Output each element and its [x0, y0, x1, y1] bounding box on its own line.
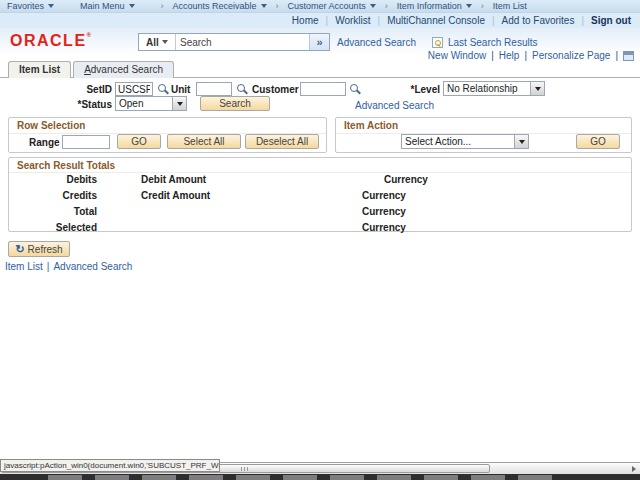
pagebar: New Window | Help | Personalize Page | [428, 50, 634, 61]
select-all-button[interactable]: Select All [167, 134, 241, 149]
total-label: Total [29, 206, 97, 217]
separator: | [47, 261, 50, 272]
scrollbar-right-arrow[interactable] [628, 464, 639, 473]
row-selection-title: Row Selection [17, 120, 85, 131]
selected-label: Selected [29, 222, 97, 233]
tab-advanced-search[interactable]: Advanced Search [73, 61, 174, 78]
footer-item-list-link[interactable]: Item List [5, 261, 43, 272]
separator: | [491, 50, 494, 61]
separator: | [581, 15, 584, 26]
range-label: Range [29, 136, 60, 149]
deselect-all-button[interactable]: Deselect All [245, 134, 319, 149]
separator: | [378, 15, 381, 26]
refresh-icon: ↻ [15, 244, 24, 254]
sign-out-link[interactable]: Sign out [591, 15, 631, 26]
search-go-button[interactable]: » [309, 34, 329, 50]
currency-label: Currency [362, 190, 406, 201]
breadcrumb-main-menu[interactable]: Main Menu [80, 1, 135, 11]
last-search-results-icon[interactable] [432, 37, 443, 48]
new-window-link[interactable]: New Window [428, 50, 486, 61]
footer-links: Item List | Advanced Search [5, 261, 132, 272]
search-result-totals-title: Search Result Totals [17, 160, 115, 171]
unit-input[interactable] [196, 82, 232, 96]
currency-label: Currency [362, 222, 406, 233]
dropdown-arrow-icon [530, 82, 544, 95]
breadcrumb-item-information[interactable]: Item Information [397, 1, 472, 11]
global-search-input[interactable] [176, 34, 309, 50]
taskbar-segments [48, 475, 564, 480]
item-action-go-button[interactable]: GO [576, 134, 620, 149]
breadcrumb-label: Favorites [7, 1, 44, 11]
unit-label: Unit [171, 83, 190, 96]
global-search-box: All » [138, 33, 330, 51]
customer-input[interactable] [300, 82, 346, 96]
advanced-search-header-link[interactable]: Advanced Search [337, 37, 416, 48]
dropdown-arrow-icon [514, 135, 528, 148]
tab-item-list[interactable]: Item List [8, 61, 71, 78]
chevron-down-icon [129, 4, 135, 8]
breadcrumb: Favorites Main Menu › Accounts Receivabl… [0, 0, 640, 13]
status-select[interactable]: Open [115, 96, 187, 111]
chevron-down-icon [48, 4, 54, 8]
search-scope-value: All [146, 37, 159, 48]
help-link[interactable]: Help [499, 50, 520, 61]
advanced-search-form-link[interactable]: Advanced Search [355, 100, 434, 111]
unit-lookup-icon[interactable] [237, 84, 245, 92]
footer-advanced-search-link[interactable]: Advanced Search [53, 261, 132, 272]
range-input[interactable] [62, 135, 110, 149]
dropdown-arrow-icon [172, 97, 186, 110]
breadcrumb-label: Customer Accounts [288, 1, 366, 11]
breadcrumb-label: Item List [493, 1, 527, 11]
item-action-select[interactable]: Select Action... [401, 134, 529, 149]
item-action-title: Item Action [344, 120, 398, 131]
item-action-select-value: Select Action... [402, 135, 514, 148]
oracle-logo-text: ORACLE [10, 32, 87, 49]
taskbar-strip [0, 474, 640, 480]
scrollbar-grip-icon [241, 467, 250, 471]
add-to-favorites-link[interactable]: Add to Favorites [502, 15, 575, 26]
breadcrumb-label: Main Menu [80, 1, 125, 11]
separator: | [524, 50, 527, 61]
breadcrumb-separator: › [481, 1, 484, 11]
setid-lookup-icon[interactable] [158, 84, 166, 92]
status-select-value: Open [116, 97, 172, 110]
customer-label: Customer [252, 83, 299, 96]
debit-amount-label: Debit Amount [141, 174, 206, 185]
customer-lookup-icon[interactable] [350, 84, 358, 92]
window-grid-icon[interactable] [623, 51, 634, 61]
chevron-down-icon [162, 40, 168, 44]
refresh-label: Refresh [28, 244, 63, 255]
debits-label: Debits [29, 174, 97, 185]
status-label: *Status [56, 98, 112, 111]
currency-label: Currency [362, 206, 406, 217]
breadcrumb-accounts-receivable[interactable]: Accounts Receivable [173, 1, 267, 11]
breadcrumb-separator: › [161, 1, 164, 11]
setid-label: SetID [56, 83, 112, 96]
setid-input[interactable] [115, 82, 153, 96]
separator: | [492, 15, 495, 26]
level-select-value: No Relationship [444, 82, 530, 95]
separator: | [326, 15, 329, 26]
multichannel-console-link[interactable]: MultiChannel Console [387, 15, 485, 26]
search-scope-dropdown[interactable]: All [139, 34, 176, 50]
breadcrumb-item-list: Item List [493, 1, 527, 11]
item-list-page: Favorites Main Menu › Accounts Receivabl… [0, 0, 640, 480]
breadcrumb-label: Accounts Receivable [173, 1, 257, 11]
credits-label: Credits [29, 190, 97, 201]
chevron-down-icon [261, 4, 267, 8]
breadcrumb-separator: › [385, 1, 388, 11]
worklist-link[interactable]: Worklist [335, 15, 370, 26]
refresh-button[interactable]: ↻ Refresh [8, 241, 70, 257]
last-search-results-link[interactable]: Last Search Results [448, 37, 538, 48]
range-go-button[interactable]: GO [117, 134, 161, 149]
level-select[interactable]: No Relationship [443, 81, 545, 96]
personalize-page-link[interactable]: Personalize Page [532, 50, 610, 61]
browser-status-text: javascript:pAction_win0(document.win0,'S… [0, 459, 220, 472]
breadcrumb-favorites[interactable]: Favorites [7, 1, 54, 11]
search-button[interactable]: Search [200, 96, 270, 111]
item-action-groupbox: Item Action Select Action... GO [335, 117, 632, 153]
registered-mark: ® [87, 32, 91, 38]
home-link[interactable]: Home [292, 15, 319, 26]
breadcrumb-customer-accounts[interactable]: Customer Accounts [288, 1, 376, 11]
row-selection-groupbox: Row Selection Range GO Select All Desele… [8, 117, 327, 153]
